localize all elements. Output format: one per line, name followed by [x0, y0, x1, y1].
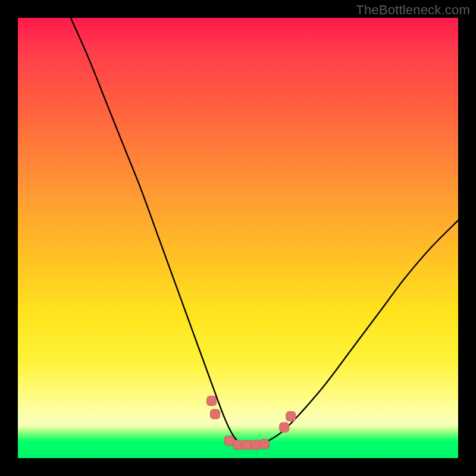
chart-marker — [224, 436, 234, 445]
chart-plot-area — [18, 18, 458, 458]
chart-marker — [259, 439, 269, 449]
chart-marker — [251, 440, 261, 450]
chart-marker — [233, 440, 243, 450]
chart-marker — [242, 440, 252, 450]
chart-marker — [286, 412, 296, 421]
chart-svg — [18, 18, 458, 458]
chart-marker — [280, 422, 289, 432]
chart-frame: TheBottleneck.com — [0, 0, 476, 476]
watermark-text: TheBottleneck.com — [356, 2, 470, 18]
chart-marker — [211, 409, 220, 419]
chart-marker — [207, 396, 217, 406]
bottleneck-curve — [71, 18, 458, 446]
chart-markers — [207, 396, 296, 450]
